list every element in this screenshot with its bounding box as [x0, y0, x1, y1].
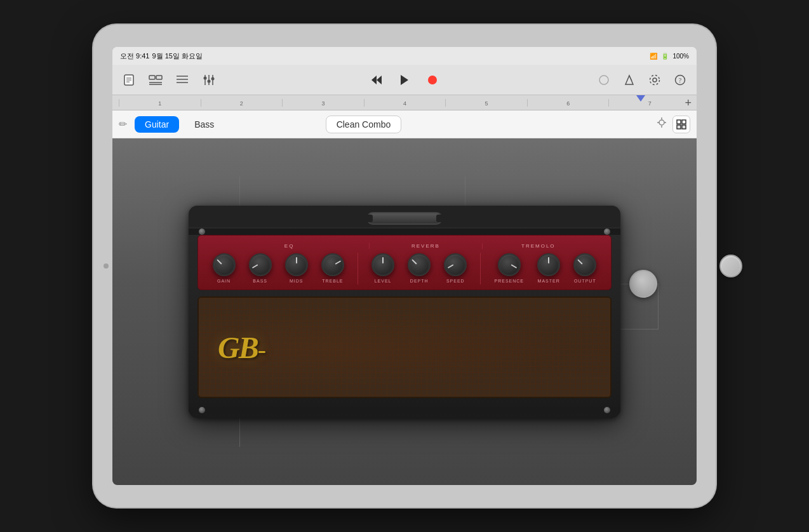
help-button[interactable]: ? [670, 70, 690, 90]
knob-bass-control[interactable] [249, 253, 272, 276]
svg-text:?: ? [679, 77, 682, 84]
knob-speed-control[interactable] [444, 253, 467, 276]
status-time-date: 오전 9:41 9월 15일 화요일 [120, 51, 203, 61]
battery-icon: 🔋 [661, 53, 669, 60]
svg-marker-17 [371, 76, 377, 84]
add-track-button[interactable]: + [685, 96, 692, 110]
svg-rect-34 [677, 125, 681, 129]
knob-treble-label: TREBLE [322, 279, 343, 283]
knob-bass[interactable]: BASS [249, 253, 272, 283]
metronome-button[interactable] [619, 70, 639, 90]
toolbar-right-group: ? [594, 70, 690, 90]
knob-gain-label: GAIN [217, 279, 231, 283]
knob-gain[interactable]: GAIN [213, 253, 236, 283]
svg-rect-35 [682, 125, 686, 129]
amp-bolts-bottom [189, 407, 620, 413]
svg-marker-19 [401, 75, 408, 85]
svg-rect-32 [677, 120, 681, 124]
toolbar-left-group [119, 70, 219, 90]
timeline-ruler[interactable]: 1 2 3 4 5 6 7 + [112, 95, 697, 110]
knob-output-control[interactable] [573, 253, 596, 276]
tune-icon[interactable] [656, 116, 667, 132]
ruler-marks: 1 2 3 4 5 6 7 [119, 99, 690, 107]
grid-icon-button[interactable] [672, 116, 690, 133]
knob-output-label: OUTPUT [574, 279, 596, 283]
play-button[interactable] [396, 71, 413, 89]
svg-point-20 [428, 76, 437, 84]
eq-section-label: EQ [215, 243, 370, 249]
knob-speed-label: SPEED [446, 279, 465, 283]
ruler-mark-5: 5 [445, 99, 527, 107]
edit-pencil-icon[interactable]: ✏ [119, 118, 127, 130]
mixer-button[interactable] [199, 70, 219, 90]
preset-selector[interactable]: Clean Combo [326, 116, 402, 133]
knob-master[interactable]: MASTER [537, 253, 560, 283]
bolt-top-right [604, 229, 610, 235]
knob-presence[interactable]: PRESENCE [495, 253, 525, 283]
section-divider-eq-reverb [358, 253, 358, 284]
status-date: 9월 15일 화요일 [152, 51, 202, 61]
svg-point-27 [659, 120, 664, 125]
status-time: 오전 9:41 [120, 51, 149, 61]
side-volume-knob[interactable] [629, 270, 657, 298]
knob-bass-label: BASS [253, 279, 267, 283]
knob-mids-control[interactable] [285, 253, 308, 276]
list-button[interactable] [172, 70, 192, 90]
knob-mids[interactable]: MIDS [285, 253, 308, 283]
ruler-mark-1: 1 [119, 99, 201, 107]
tab-bass[interactable]: Bass [184, 116, 224, 133]
svg-point-16 [211, 77, 215, 80]
knob-level-control[interactable] [371, 253, 394, 276]
speaker-grille: GB- [197, 296, 612, 398]
amp-bolts-top [189, 229, 620, 235]
svg-rect-4 [149, 76, 155, 79]
new-song-button[interactable] [119, 70, 139, 90]
status-bar: 오전 9:41 9월 15일 화요일 📶 🔋 100% [112, 47, 697, 65]
ruler-mark-7: 7 [608, 99, 690, 107]
svg-line-22 [629, 76, 632, 81]
amp-display-area: EQ REVERB TREMOLO GAIN [112, 138, 697, 485]
knob-depth-control[interactable] [408, 253, 431, 276]
knob-depth-label: DEPTH [410, 279, 429, 283]
transport-controls [368, 71, 441, 89]
knob-speed[interactable]: SPEED [444, 253, 467, 283]
ruler-mark-2: 2 [201, 99, 283, 107]
knob-treble[interactable]: TREBLE [321, 253, 344, 283]
amp-handle-bar [189, 206, 620, 227]
knob-master-control[interactable] [537, 253, 560, 276]
svg-point-23 [653, 78, 657, 82]
record-button[interactable] [424, 71, 441, 89]
knob-level-label: LEVEL [375, 279, 392, 283]
home-button[interactable] [719, 255, 742, 277]
knob-level[interactable]: LEVEL [371, 253, 394, 283]
bolt-bottom-right [604, 407, 610, 413]
settings-button[interactable] [645, 70, 665, 90]
bolt-bottom-left [199, 407, 205, 413]
knob-presence-control[interactable] [498, 253, 521, 276]
ipad-frame: 오전 9:41 9월 15일 화요일 📶 🔋 100% [93, 25, 716, 507]
tab-guitar[interactable]: Guitar [135, 116, 179, 133]
knob-depth[interactable]: DEPTH [408, 253, 431, 283]
reverb-section-label: REVERB [370, 243, 482, 249]
amp-body: EQ REVERB TREMOLO GAIN [189, 206, 620, 418]
knob-mids-label: MIDS [290, 279, 304, 283]
wifi-icon: 📶 [650, 53, 657, 60]
ruler-mark-4: 4 [364, 99, 446, 107]
annotation-bracket-right [658, 284, 659, 329]
svg-marker-18 [377, 76, 382, 84]
svg-point-14 [204, 76, 207, 79]
knob-gain-control[interactable] [213, 253, 236, 276]
playhead[interactable] [636, 95, 646, 109]
main-toolbar: ? [112, 65, 697, 95]
knob-master-label: MASTER [538, 279, 560, 283]
knob-treble-control[interactable] [321, 253, 344, 276]
tremolo-section-label: TREMOLO [483, 243, 594, 249]
playhead-arrow [636, 95, 645, 102]
knob-output[interactable]: OUTPUT [573, 253, 596, 283]
tracks-button[interactable] [145, 70, 166, 90]
loop-button[interactable] [594, 70, 614, 90]
guitar-amp: EQ REVERB TREMOLO GAIN [189, 206, 620, 418]
instrument-bar: ✏ Guitar Bass Clean Combo [112, 110, 697, 138]
rewind-button[interactable] [368, 71, 385, 89]
battery-percent: 100% [672, 53, 689, 60]
